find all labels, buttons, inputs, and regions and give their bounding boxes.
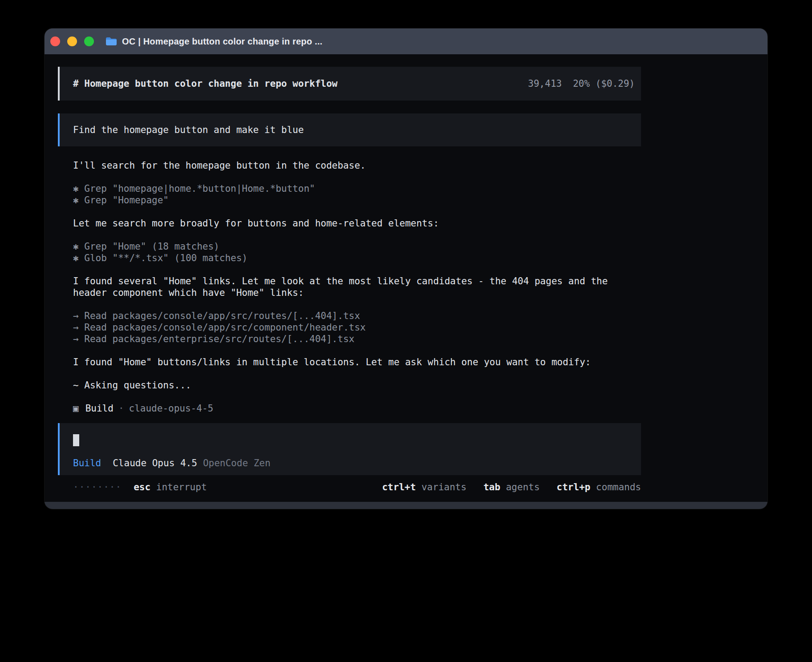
read-call-text: Read packages/console/app/src/component/… (84, 322, 365, 333)
read-call: → Read packages/console/app/src/componen… (73, 322, 641, 333)
tool-call-text: Grep "Home" (18 matches) (84, 241, 219, 252)
tool-call-text: Grep "Homepage" (84, 195, 169, 206)
status-bar-right: ctrl+t variants tab agents ctrl+p comman… (382, 481, 641, 493)
assistant-text-ask: I found "Home" buttons/links in multiple… (73, 356, 641, 368)
window-bottom-edge (45, 502, 767, 509)
hint-agents: tab agents (483, 481, 540, 493)
read-call-text: Read packages/console/app/src/routes/[..… (84, 311, 360, 321)
assistant-text-intro: I'll search for the homepage button in t… (73, 160, 641, 171)
user-message-text: Find the homepage button and make it blu… (73, 124, 304, 136)
tool-call-icon: ✱ (73, 183, 79, 194)
tool-call: ✱ Grep "Homepage" (73, 194, 641, 206)
prompt-input[interactable]: BuildClaude Opus 4.5OpenCode Zen (58, 423, 641, 475)
tool-call-text: Glob "**/*.tsx" (100 matches) (84, 253, 248, 263)
hint-label-commands: commands (596, 482, 641, 492)
composer-provider-label: OpenCode Zen (203, 458, 271, 468)
tool-call: ✱ Grep "Home" (18 matches) (73, 241, 641, 252)
titlebar[interactable]: OC | Homepage button color change in rep… (45, 28, 767, 54)
assistant-text-broaden: Let me search more broadly for buttons a… (73, 218, 641, 229)
agent-status-line: ▣Build·claude-opus-4-5 (73, 403, 641, 414)
session-title: # Homepage button color change in repo w… (73, 78, 337, 89)
read-arrow-icon: → (73, 334, 79, 344)
composer-model-label[interactable]: Claude Opus 4.5 (113, 458, 197, 468)
tool-call: ✱ Grep "homepage|home.*button|Home.*butt… (73, 183, 641, 194)
hint-variants: ctrl+t variants (382, 481, 467, 493)
assistant-working-status: ~ Asking questions... (73, 379, 641, 391)
hint-key-ctrl-t: ctrl+t (382, 482, 416, 492)
hint-key-tab: tab (483, 482, 500, 492)
assistant-text-found: I found several "Home" links. Let me loo… (73, 275, 641, 299)
assistant-transcript: I'll search for the homepage button in t… (73, 160, 641, 414)
agent-separator: · (118, 403, 124, 414)
composer-meta: BuildClaude Opus 4.5OpenCode Zen (73, 457, 641, 469)
tool-call-group-reads: → Read packages/console/app/src/routes/[… (73, 310, 641, 345)
tool-call: ✱ Glob "**/*.tsx" (100 matches) (73, 252, 641, 264)
tool-call-icon: ✱ (73, 253, 79, 263)
text-cursor (73, 434, 79, 446)
read-call: → Read packages/console/app/src/routes/[… (73, 310, 641, 322)
agent-model: claude-opus-4-5 (129, 403, 214, 414)
hint-interrupt: esc interrupt (134, 481, 207, 493)
folder-icon (105, 36, 118, 47)
session-stats: 39,413 20% ($0.29) (528, 78, 635, 89)
read-arrow-icon: → (73, 322, 79, 333)
hint-commands: ctrl+p commands (556, 481, 641, 493)
close-button[interactable] (50, 36, 60, 46)
status-bar: ········ esc interrupt ctrl+t variants t… (73, 481, 641, 493)
tool-call-group-search: ✱ Grep "homepage|home.*button|Home.*butt… (73, 183, 641, 206)
user-message: Find the homepage button and make it blu… (58, 113, 641, 146)
composer-agent-label[interactable]: Build (73, 458, 101, 468)
context-usage: 20% ($0.29) (573, 78, 635, 89)
hint-label-agents: agents (506, 482, 540, 492)
read-call: → Read packages/enterprise/src/routes/[.… (73, 333, 641, 345)
agent-icon: ▣ (73, 403, 79, 414)
token-count: 39,413 (528, 78, 562, 89)
tool-call-group-broad: ✱ Grep "Home" (18 matches) ✱ Glob "**/*.… (73, 241, 641, 264)
session-header: # Homepage button color change in repo w… (58, 67, 641, 101)
spinner-dots: ········ (73, 481, 122, 493)
hint-key-ctrl-p: ctrl+p (556, 482, 590, 492)
hint-label-interrupt: interrupt (156, 482, 207, 492)
zoom-button[interactable] (84, 36, 94, 46)
hint-label-variants: variants (422, 482, 467, 492)
terminal-window: OC | Homepage button color change in rep… (45, 28, 767, 509)
read-arrow-icon: → (73, 311, 79, 321)
terminal-content: # Homepage button color change in repo w… (45, 54, 767, 502)
window-title: OC | Homepage button color change in rep… (122, 36, 322, 47)
hint-key-esc: esc (134, 482, 150, 492)
tool-call-icon: ✱ (73, 195, 79, 206)
window-controls (50, 36, 94, 46)
read-call-text: Read packages/enterprise/src/routes/[...… (84, 334, 354, 344)
agent-name: Build (85, 403, 114, 414)
tool-call-text: Grep "homepage|home.*button|Home.*button… (84, 183, 315, 194)
tool-call-icon: ✱ (73, 241, 79, 252)
minimize-button[interactable] (67, 36, 77, 46)
status-bar-left: ········ esc interrupt (73, 481, 207, 493)
